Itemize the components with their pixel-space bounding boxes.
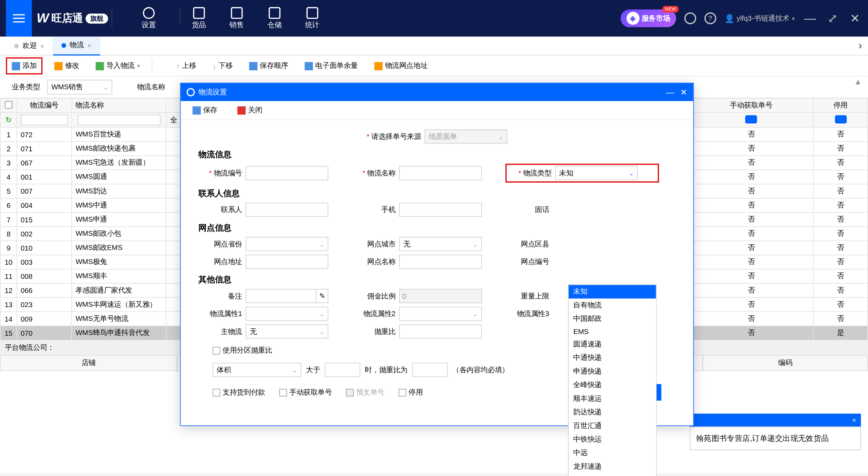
refresh-icon[interactable]: ↻: [0, 113, 17, 128]
nav-sales[interactable]: 销售: [229, 7, 244, 30]
attr2-select[interactable]: ⌄: [399, 307, 482, 321]
logo: W 旺店通 旗舰: [37, 11, 108, 26]
type-select[interactable]: 未知⌄: [555, 166, 638, 180]
tab-welcome[interactable]: 欢迎×: [6, 36, 53, 55]
cod-checkbox[interactable]: 支持货到付款: [213, 387, 265, 397]
col-manual[interactable]: 手动获取单号: [689, 98, 814, 112]
source-select[interactable]: 纸质面单⌄: [425, 129, 507, 143]
code-input[interactable]: [246, 166, 328, 180]
gt-input[interactable]: [325, 363, 360, 377]
province-select[interactable]: ⌄: [246, 237, 328, 251]
dropdown-option[interactable]: 顺丰速运: [569, 392, 656, 405]
close-icon[interactable]: ×: [87, 41, 92, 49]
filter-manual-toggle[interactable]: [745, 115, 757, 123]
code-label: 物流编号: [198, 168, 246, 178]
dialog-close[interactable]: ✕: [680, 88, 688, 97]
dropdown-option[interactable]: EMS: [569, 326, 656, 337]
nav-goods[interactable]: 货品: [192, 7, 206, 30]
col-stop[interactable]: 停用: [814, 98, 868, 112]
dropdown-option[interactable]: 未知: [569, 285, 656, 298]
dialog-title: 物流设置: [198, 87, 227, 97]
menu-button[interactable]: [6, 0, 32, 37]
branch-name-input[interactable]: [399, 255, 482, 269]
close-button[interactable]: 关闭: [232, 103, 267, 118]
dropdown-option[interactable]: 中通快递: [569, 351, 656, 364]
dropdown-option[interactable]: 快捷快递: [569, 473, 656, 476]
code-header: 编码: [703, 355, 868, 371]
biz-type-select[interactable]: WMS销售⌄: [47, 80, 112, 94]
nav-settings[interactable]: 设置: [142, 7, 156, 30]
filter-stop-toggle[interactable]: [835, 115, 846, 123]
city-select[interactable]: 无⌄: [399, 237, 482, 251]
manual-checkbox[interactable]: 手动获取单号: [279, 387, 332, 397]
close-icon[interactable]: ×: [40, 42, 44, 50]
col-code[interactable]: 物流编号: [17, 98, 72, 112]
ewaybill-button[interactable]: 电子面单余量: [300, 59, 363, 73]
contact-input[interactable]: [246, 203, 328, 217]
dropdown-option[interactable]: 百世汇通: [569, 419, 656, 432]
filter-name-input[interactable]: [78, 115, 160, 125]
contact-label: 联系人: [198, 205, 246, 215]
tel-label: 固话: [505, 205, 552, 215]
dropdown-option[interactable]: 中国邮政: [569, 312, 656, 325]
move-down-button[interactable]: ↓下移: [208, 59, 237, 73]
add-button[interactable]: 添加: [6, 57, 42, 74]
help-icon[interactable]: ?: [704, 12, 716, 24]
dropdown-option[interactable]: 龙邦速递: [569, 460, 656, 473]
pre-checkbox: 预支单号: [346, 387, 384, 397]
window-close[interactable]: ✕: [848, 11, 862, 26]
col-name[interactable]: 物流名称: [72, 98, 166, 112]
main-select[interactable]: 无⌄: [246, 324, 328, 338]
phone-input[interactable]: [399, 203, 482, 217]
addr-input[interactable]: [246, 255, 328, 269]
attr2-label: 物流属性2: [352, 309, 399, 319]
dropdown-option[interactable]: 自有物流: [569, 298, 656, 312]
volume-select[interactable]: 体积⌄: [213, 363, 301, 377]
throw-ratio-input[interactable]: [412, 363, 448, 377]
dialog-minimize[interactable]: —: [666, 88, 674, 97]
collapse-icon[interactable]: ▲: [854, 77, 862, 86]
city-label: 网点城市: [352, 239, 399, 249]
throw-input[interactable]: [399, 324, 482, 338]
commission-input[interactable]: [399, 289, 482, 303]
save-order-button[interactable]: 保存顺序: [245, 59, 293, 73]
filter-code-input[interactable]: [21, 115, 68, 125]
tab-overflow-icon[interactable]: ›: [859, 40, 862, 52]
save-button[interactable]: 保存: [188, 103, 222, 118]
checkbox-header[interactable]: [0, 98, 17, 112]
gt-label: 大于: [306, 365, 320, 375]
type-dropdown-list[interactable]: 未知自有物流中国邮政EMS圆通速递中通快递申通快递全峰快递顺丰速运韵达快递百世汇…: [568, 284, 657, 476]
type-label: 物流类型: [508, 168, 555, 178]
dropdown-option[interactable]: 中远: [569, 446, 656, 459]
tab-logistics[interactable]: 物流×: [53, 36, 100, 55]
notification-body: 翰苑图书专营店,订单递交出现无效货品: [690, 427, 861, 450]
edit-button[interactable]: 修改: [50, 59, 84, 73]
name-label: 物流名称: [352, 168, 399, 178]
branch-name-label: 网点名称: [352, 257, 399, 267]
nav-stats[interactable]: 统计: [305, 7, 319, 30]
throw-label: 抛重比: [352, 326, 399, 336]
dropdown-option[interactable]: 韵达快递: [569, 405, 656, 419]
service-market-button[interactable]: ◈ 服务市场 NEW: [620, 9, 676, 27]
bell-icon[interactable]: [684, 12, 696, 24]
name-input[interactable]: [399, 166, 482, 180]
user-menu[interactable]: 👤ylfq3-书链通技术▾: [724, 13, 795, 23]
zone-throw-checkbox[interactable]: 使用分区抛重比: [213, 346, 272, 356]
dropdown-option[interactable]: 申通快递: [569, 365, 656, 378]
window-minimize[interactable]: —: [803, 11, 817, 25]
district-label: 网点区县: [505, 239, 552, 249]
dropdown-option[interactable]: 圆通速递: [569, 337, 656, 351]
move-up-button[interactable]: ↑上移: [171, 59, 201, 73]
stop-checkbox[interactable]: 停用: [399, 387, 423, 397]
nav-warehouse[interactable]: 仓储: [267, 7, 281, 30]
remark-input[interactable]: [246, 289, 317, 303]
edit-icon[interactable]: ✎: [317, 289, 328, 303]
attr1-select[interactable]: ⌄: [246, 307, 328, 321]
shop-header: 店铺: [0, 355, 177, 371]
dropdown-option[interactable]: 全峰快递: [569, 378, 656, 392]
branch-addr-button[interactable]: 物流网点地址: [370, 59, 432, 73]
dropdown-option[interactable]: 中铁快运: [569, 433, 656, 446]
notification-close[interactable]: ×: [852, 416, 856, 424]
import-button[interactable]: 导入物流▾: [91, 59, 145, 73]
window-maximize[interactable]: ⤢: [826, 11, 840, 26]
